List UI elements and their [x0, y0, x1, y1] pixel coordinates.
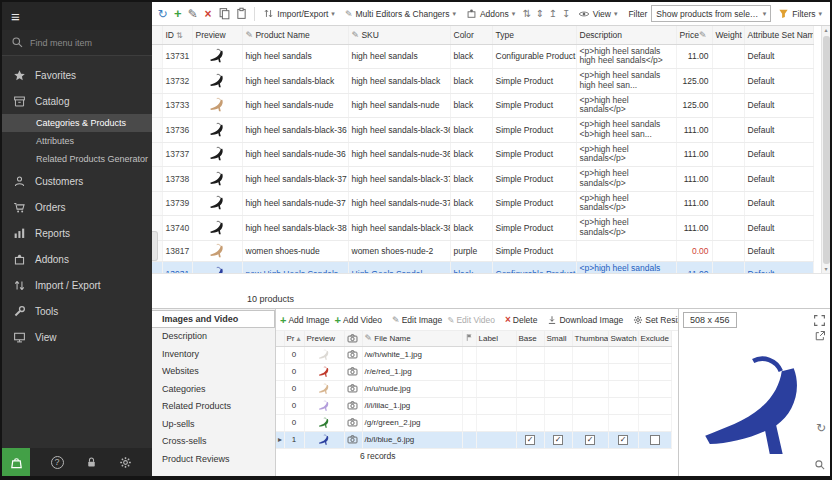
detail-tab[interactable]: Inventory [152, 345, 275, 363]
cell-small[interactable] [544, 346, 572, 363]
sidebar-item-view[interactable]: View [2, 324, 152, 350]
cell-thumbnail[interactable] [572, 346, 608, 363]
category-filter-select[interactable]: Show products from selected categories▾ [651, 5, 771, 22]
cell-swatch[interactable]: ✓ [608, 431, 638, 448]
zoom-icon[interactable] [814, 459, 826, 471]
col-header-attribute-set[interactable]: Attribute Set Name [744, 26, 814, 44]
detail-tab[interactable]: Product Reviews [152, 450, 275, 468]
swatch-checkbox[interactable]: ✓ [618, 435, 628, 445]
scroll-up-icon[interactable]: ▴ [824, 26, 827, 35]
cell-swatch[interactable] [608, 414, 638, 431]
product-row[interactable]: ▸ 13931 new High Heels Sandals High Geel… [152, 261, 814, 274]
sidebar-item-related-products-generator[interactable]: Related Products Generator [2, 150, 152, 168]
sidebar-item-attributes[interactable]: Attributes [2, 132, 152, 150]
import-export-menu[interactable]: Import/Export▾ [260, 6, 338, 21]
detail-tab[interactable]: Websites [152, 363, 275, 381]
thumbnail-checkbox[interactable]: ✓ [585, 435, 595, 445]
image-row[interactable]: ▸ 1 /b/l/blue_6.jpg ✓ ✓ ✓ ✓ [276, 431, 672, 448]
cell-small[interactable]: ✓ [544, 431, 572, 448]
delete-product-button[interactable]: × [202, 6, 213, 22]
cell-thumbnail[interactable]: ✓ [572, 431, 608, 448]
sidebar-item-import-export[interactable]: Import / Export [2, 272, 152, 298]
detail-tab[interactable]: Categories [152, 380, 275, 398]
col-header-type[interactable]: Type [492, 26, 576, 44]
col-header-swatch[interactable]: Swatch [608, 331, 638, 346]
sidebar-item-catalog[interactable]: Catalog [2, 88, 152, 114]
open-external-icon[interactable] [814, 330, 826, 342]
cell-thumbnail[interactable] [572, 380, 608, 397]
cell-base[interactable] [516, 346, 544, 363]
cell-small[interactable] [544, 380, 572, 397]
cell-base[interactable]: ✓ [516, 431, 544, 448]
add-image-button[interactable]: +Add Image [280, 314, 330, 326]
help-button[interactable]: ? [51, 456, 64, 469]
col-header-small[interactable]: Small [544, 331, 572, 346]
cell-exclude[interactable] [638, 380, 672, 397]
image-row[interactable]: 0 /n/u/nude.jpg [276, 380, 672, 397]
cell-exclude[interactable] [638, 363, 672, 380]
add-product-button[interactable]: + [172, 6, 183, 22]
col-header-priority[interactable]: Pr▴ [284, 331, 304, 346]
base-checkbox[interactable]: ✓ [525, 435, 535, 445]
add-video-button[interactable]: +Add Video [335, 314, 383, 326]
detail-tab[interactable]: Images and Video [152, 310, 275, 328]
col-header-color[interactable]: Color [450, 26, 492, 44]
paste-button[interactable] [235, 6, 248, 22]
panel-splitter[interactable] [152, 231, 158, 261]
cell-base[interactable] [516, 414, 544, 431]
addons-menu[interactable]: Addons▾ [463, 6, 518, 21]
edit-product-button[interactable]: ✎ [187, 6, 198, 22]
scrollbar-thumb[interactable] [823, 36, 830, 264]
multi-editors-menu[interactable]: ✎ Multi Editors & Changers▾ [342, 7, 459, 21]
cell-swatch[interactable] [608, 346, 638, 363]
detail-tab[interactable]: Up-sells [152, 415, 275, 433]
refresh-button[interactable]: ↻ [157, 6, 168, 22]
store-button[interactable] [2, 448, 30, 476]
product-row[interactable]: 13817 women shoes-nude women shoes-nude-… [152, 240, 814, 261]
cell-base[interactable] [516, 380, 544, 397]
download-image-button[interactable]: Download Image [547, 315, 623, 325]
image-size-field[interactable]: 508 x 456 [683, 312, 737, 328]
image-row[interactable]: 0 /r/e/red_1.jpg [276, 363, 672, 380]
cell-swatch[interactable] [608, 397, 638, 414]
sidebar-item-favorites[interactable]: Favorites [2, 62, 152, 88]
image-row[interactable]: 0 /w/h/white_1.jpg [276, 346, 672, 363]
col-header-base[interactable]: Base [516, 331, 544, 346]
image-row[interactable]: 0 /l/i/lilac_1.jpg [276, 397, 672, 414]
col-header-flag[interactable] [462, 331, 476, 346]
col-header-description[interactable]: Description [576, 26, 676, 44]
col-header-thumbnail[interactable]: Thumbna [572, 331, 608, 346]
sidebar-item-categories-products[interactable]: Categories & Products [2, 114, 152, 132]
move-bottom-button[interactable]: ↧ [562, 6, 571, 22]
copy-button[interactable] [218, 6, 231, 22]
product-row[interactable]: 13737 high heel sandals-nude-36 high hee… [152, 142, 814, 167]
move-top-button[interactable]: ↥ [548, 6, 557, 22]
sidebar-item-customers[interactable]: Customers [2, 168, 152, 194]
sidebar-item-reports[interactable]: Reports [2, 220, 152, 246]
grid-scrollbar[interactable]: ▴ ▾ [821, 26, 830, 274]
detail-tab[interactable]: Related Products [152, 398, 275, 416]
cell-exclude[interactable] [638, 431, 672, 448]
col-header-image-preview[interactable]: Preview [304, 331, 344, 346]
small-checkbox[interactable]: ✓ [553, 435, 563, 445]
cell-base[interactable] [516, 397, 544, 414]
sidebar-item-tools[interactable]: Tools [2, 298, 152, 324]
product-row[interactable]: 13731 high heel sandals high heel sandal… [152, 44, 814, 69]
product-row[interactable]: 13733 high heel sandals-nude high heel s… [152, 93, 814, 118]
scroll-down-icon[interactable]: ▾ [824, 265, 827, 274]
exclude-checkbox[interactable] [650, 435, 660, 445]
hamburger-menu-button[interactable]: ≡ [2, 2, 152, 30]
sidebar-item-orders[interactable]: Orders [2, 194, 152, 220]
cell-exclude[interactable] [638, 414, 672, 431]
sidebar-item-addons[interactable]: Addons [2, 246, 152, 272]
col-header-sku[interactable]: ✎ SKU [348, 26, 450, 44]
cell-small[interactable] [544, 414, 572, 431]
cell-swatch[interactable] [608, 380, 638, 397]
cell-base[interactable] [516, 363, 544, 380]
expand-rows-button[interactable]: ⇕ [535, 6, 544, 22]
cell-swatch[interactable] [608, 363, 638, 380]
col-header-label[interactable]: Label [476, 331, 516, 346]
cell-thumbnail[interactable] [572, 363, 608, 380]
detail-tab[interactable]: Description [152, 328, 275, 346]
detail-tab[interactable]: Cross-sells [152, 433, 275, 451]
